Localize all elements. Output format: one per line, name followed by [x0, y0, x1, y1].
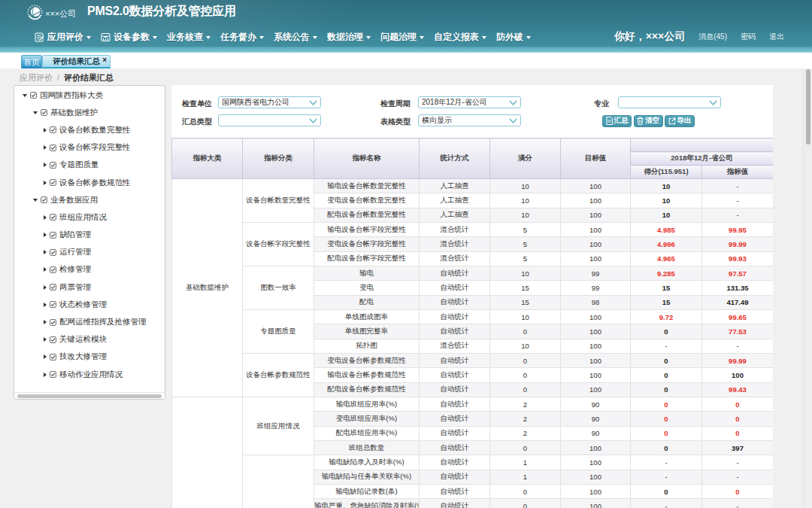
collapse-arrow-icon[interactable]	[44, 233, 47, 237]
collapse-arrow-icon[interactable]	[44, 163, 47, 167]
vertical-scrollbar[interactable]	[803, 68, 812, 508]
checkbox-checked-icon[interactable]	[50, 371, 56, 378]
expand-arrow-icon[interactable]	[23, 94, 27, 97]
checkbox-checked-icon[interactable]	[50, 249, 56, 256]
nav-item-5[interactable]: 数据治理	[327, 31, 371, 44]
nav-item-1[interactable]: 设备参数	[101, 31, 157, 44]
breadcrumb-parent[interactable]: 应用评价	[20, 73, 53, 82]
checkbox-checked-icon[interactable]	[50, 301, 56, 308]
collapse-arrow-icon[interactable]	[44, 320, 47, 324]
collapse-arrow-icon[interactable]	[44, 373, 47, 377]
stat-method: 自动统计	[420, 353, 490, 367]
indicator-value: 99.95	[702, 222, 774, 236]
collapse-arrow-icon[interactable]	[44, 145, 47, 150]
filter-select-2[interactable]	[618, 96, 721, 108]
indicator-name: 配电设备台帐数量完整性	[314, 208, 420, 222]
nav-label: 业务核查	[167, 31, 203, 44]
tree-item-16[interactable]: 移动作业应用情况	[14, 366, 165, 383]
vertical-scrollbar-thumb[interactable]	[806, 69, 810, 144]
checkbox-checked-icon[interactable]	[50, 179, 56, 186]
tree-horizontal-scrollbar[interactable]	[14, 392, 165, 399]
clear-button[interactable]: 清空	[634, 115, 663, 127]
tree-item-12[interactable]: 状态检修管理	[14, 296, 165, 313]
tab-close-icon[interactable]: ×	[102, 56, 107, 64]
tree-item-7[interactable]: 班组应用情况	[14, 208, 165, 226]
checkbox-checked-icon[interactable]	[41, 196, 47, 203]
tab-results-summary[interactable]: 评价结果汇总 ×	[42, 55, 111, 68]
tree-item-10[interactable]: 检修管理	[14, 261, 165, 278]
collapse-arrow-icon[interactable]	[44, 181, 47, 185]
nav-item-3[interactable]: 任务督办	[220, 31, 264, 44]
collapse-arrow-icon[interactable]	[44, 215, 47, 220]
nav-label: 设备参数	[114, 31, 150, 44]
checkbox-checked-icon[interactable]	[50, 266, 56, 273]
collapse-arrow-icon[interactable]	[44, 267, 47, 272]
checkbox-checked-icon[interactable]	[50, 336, 56, 343]
filter-select-4[interactable]: 横向显示	[418, 114, 521, 126]
checkbox-checked-icon[interactable]	[30, 92, 37, 99]
tree-item-2[interactable]: 设备台帐数量完整性	[14, 121, 165, 138]
checkbox-checked-icon[interactable]	[50, 214, 56, 221]
checkbox-checked-icon[interactable]	[50, 162, 56, 169]
indicator-name: 配电	[314, 295, 420, 309]
user-link-0[interactable]: 消息(45)	[698, 32, 727, 42]
user-link-1[interactable]: 密码	[741, 32, 756, 42]
group-cell	[243, 455, 314, 508]
filter-select-1[interactable]: 2018年12月-省公司	[418, 96, 521, 108]
tree-item-3[interactable]: 设备台帐字段完整性	[14, 139, 165, 157]
tree-item-15[interactable]: 技改大修管理	[14, 348, 165, 366]
score-value: -	[631, 339, 702, 353]
checkbox-checked-icon[interactable]	[41, 109, 47, 116]
nav-item-8[interactable]: 防外破	[496, 31, 531, 44]
checkbox-checked-icon[interactable]	[50, 354, 56, 360]
export-button[interactable]: 导出	[665, 115, 695, 127]
checkbox-checked-icon[interactable]	[50, 232, 56, 239]
tree-item-5[interactable]: 设备台帐参数规范性	[14, 174, 165, 191]
indicator-value: 99.99	[702, 237, 774, 251]
score-value: 10	[631, 193, 702, 208]
tree-item-13[interactable]: 配网运维指挥及抢修管理	[14, 313, 165, 330]
full-score: 0	[490, 324, 561, 339]
tree-scrollbar-thumb[interactable]	[17, 394, 162, 398]
indicator-value: 0	[702, 426, 774, 440]
nav-item-6[interactable]: 问题治理	[380, 31, 424, 44]
expand-arrow-icon[interactable]	[33, 111, 38, 114]
summarize-button[interactable]: 汇总	[602, 115, 632, 127]
collapse-arrow-icon[interactable]	[44, 354, 47, 359]
collapse-arrow-icon[interactable]	[44, 337, 47, 342]
nav-item-2[interactable]: 业务核查	[167, 31, 211, 44]
tree-item-8[interactable]: 缺陷管理	[14, 227, 165, 244]
tree-item-11[interactable]: 两票管理	[14, 278, 165, 296]
nav-item-4[interactable]: 系统公告	[274, 31, 317, 44]
nav-item-0[interactable]: 应用评价	[35, 31, 91, 44]
tree-item-14[interactable]: 关键运检模块	[14, 331, 165, 348]
tree-item-6[interactable]: 业务数据应用	[14, 191, 165, 208]
expand-arrow-icon[interactable]	[33, 199, 38, 202]
collapse-arrow-icon[interactable]	[44, 285, 47, 290]
indicator-value: 397	[702, 440, 774, 455]
group-cell: 设备台帐参数规范性	[243, 353, 314, 397]
collapse-arrow-icon[interactable]	[44, 303, 47, 307]
target-value: 90	[561, 412, 631, 426]
collapse-arrow-icon[interactable]	[44, 128, 47, 132]
checkbox-checked-icon[interactable]	[50, 319, 56, 326]
tree-item-0[interactable]: 国网陕西指标大类	[14, 87, 165, 104]
filter-select-0[interactable]: 国网陕西省电力公司	[218, 96, 321, 108]
filter-select-3[interactable]	[218, 114, 321, 126]
checkbox-checked-icon[interactable]	[50, 284, 56, 291]
tree-item-4[interactable]: 专题图质量	[14, 157, 165, 174]
nav-item-7[interactable]: 自定义报表	[434, 31, 486, 44]
score-value: 10	[631, 208, 702, 222]
target-value: 100	[561, 251, 631, 266]
checkbox-checked-icon[interactable]	[50, 144, 56, 151]
tree-item-9[interactable]: 运行管理	[14, 244, 165, 261]
collapse-arrow-icon[interactable]	[44, 250, 47, 254]
group-cell: 班组应用情况	[243, 397, 314, 455]
stat-method: 自动统计	[420, 455, 490, 470]
target-value: 99	[561, 266, 631, 280]
nav-label: 应用评价	[47, 31, 83, 44]
user-link-2[interactable]: 退出	[769, 32, 784, 42]
tree-item-1[interactable]: 基础数据维护	[14, 104, 165, 121]
tab-home[interactable]: 首页	[21, 55, 42, 68]
checkbox-checked-icon[interactable]	[50, 126, 56, 133]
